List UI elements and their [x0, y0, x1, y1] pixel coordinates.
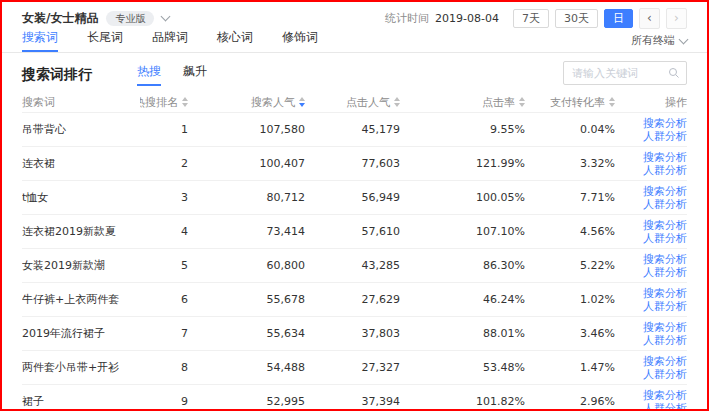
search-popularity-cell: 60,800 [188, 259, 305, 272]
column-header-点击人气[interactable]: 点击人气 [305, 95, 400, 110]
table-row: 两件套小吊带+开衫 8 54,488 27,327 53.48% 1.47% 搜… [22, 351, 687, 385]
category-selector[interactable]: 女装/女士精品 专业版 [22, 10, 169, 27]
action-link-搜索分析[interactable]: 搜索分析 [643, 321, 687, 334]
action-links: 搜索分析人群分析 [615, 253, 687, 279]
click-rate-cell: 53.48% [400, 361, 525, 374]
keyword-cell[interactable]: 连衣裙2019新款夏 [22, 224, 140, 239]
action-link-人群分析[interactable]: 人群分析 [643, 198, 687, 211]
keyword-cell[interactable]: 2019年流行裙子 [22, 326, 140, 341]
search-icon[interactable] [668, 67, 686, 79]
table-row: 吊带背心 1 107,580 45,179 9.55% 0.04% 搜索分析人群… [22, 113, 687, 147]
column-header-支付转化率[interactable]: 支付转化率 [525, 95, 615, 110]
search-popularity-cell: 55,634 [188, 327, 305, 340]
table-row: 牛仔裤+上衣两件套 6 55,678 27,629 46.24% 1.02% 搜… [22, 283, 687, 317]
rank-cell: 9 [140, 395, 188, 408]
click-rate-cell: 86.30% [400, 259, 525, 272]
search-popularity-cell: 80,712 [188, 191, 305, 204]
action-link-人群分析[interactable]: 人群分析 [643, 402, 687, 411]
click-rate-cell: 100.05% [400, 191, 525, 204]
keyword-search-input[interactable] [564, 67, 668, 80]
keyword-cell[interactable]: 裙子 [22, 394, 140, 409]
nav-tab-修饰词[interactable]: 修饰词 [282, 29, 318, 52]
pay-conversion-cell: 1.47% [525, 361, 615, 374]
table-row: t恤女 3 80,712 56,949 100.05% 7.71% 搜索分析人群… [22, 181, 687, 215]
category-title: 女装/女士精品 [22, 10, 98, 27]
search-popularity-cell: 55,678 [188, 293, 305, 306]
keyword-cell[interactable]: 两件套小吊带+开衫 [22, 360, 140, 375]
search-word-table: 搜索词热搜排名搜索人气点击人气点击率支付转化率操作 吊带背心 1 107,580… [22, 92, 687, 411]
action-link-人群分析[interactable]: 人群分析 [643, 164, 687, 177]
top-bar: 女装/女士精品 专业版 统计时间 2019-08-04 7天30天日 ‹ › [2, 2, 707, 31]
action-link-搜索分析[interactable]: 搜索分析 [643, 355, 687, 368]
column-header-搜索人气[interactable]: 搜索人气 [188, 95, 305, 110]
keyword-cell[interactable]: 吊带背心 [22, 122, 140, 137]
action-links: 搜索分析人群分析 [615, 321, 687, 347]
search-popularity-cell: 107,580 [188, 123, 305, 136]
section-subtabs: 热搜飙升 [137, 63, 207, 86]
prev-page-button[interactable]: ‹ [639, 8, 660, 29]
table-row: 女装2019新款潮 5 60,800 43,285 86.30% 5.22% 搜… [22, 249, 687, 283]
dashboard-panel: 女装/女士精品 专业版 统计时间 2019-08-04 7天30天日 ‹ › 搜… [0, 0, 709, 411]
action-link-搜索分析[interactable]: 搜索分析 [643, 389, 687, 402]
action-link-搜索分析[interactable]: 搜索分析 [643, 117, 687, 130]
action-link-搜索分析[interactable]: 搜索分析 [643, 253, 687, 266]
pay-conversion-cell: 3.32% [525, 157, 615, 170]
action-link-搜索分析[interactable]: 搜索分析 [643, 287, 687, 300]
click-popularity-cell: 37,803 [305, 327, 400, 340]
search-popularity-cell: 54,488 [188, 361, 305, 374]
rank-cell: 4 [140, 225, 188, 238]
action-link-人群分析[interactable]: 人群分析 [643, 130, 687, 143]
table-row: 裙子 9 52,995 37,394 101.82% 2.96% 搜索分析人群分… [22, 385, 687, 411]
nav-tab-搜索词[interactable]: 搜索词 [22, 29, 58, 52]
keyword-cell[interactable]: 女装2019新款潮 [22, 258, 140, 273]
pay-conversion-cell: 3.46% [525, 327, 615, 340]
column-header-点击率[interactable]: 点击率 [400, 95, 525, 110]
click-rate-cell: 121.99% [400, 157, 525, 170]
date-controls: 统计时间 2019-08-04 7天30天日 ‹ › [385, 8, 687, 29]
click-rate-cell: 9.55% [400, 123, 525, 136]
next-page-button[interactable]: › [666, 8, 687, 29]
range-button-日[interactable]: 日 [604, 9, 633, 28]
table-header-row: 搜索词热搜排名搜索人气点击人气点击率支付转化率操作 [22, 92, 687, 113]
action-link-人群分析[interactable]: 人群分析 [643, 300, 687, 313]
action-link-搜索分析[interactable]: 搜索分析 [643, 185, 687, 198]
date-range-buttons: 7天30天日 [513, 9, 633, 28]
action-link-搜索分析[interactable]: 搜索分析 [643, 151, 687, 164]
pay-conversion-cell: 4.56% [525, 225, 615, 238]
search-popularity-cell: 100,407 [188, 157, 305, 170]
column-header-热搜排名[interactable]: 热搜排名 [140, 95, 188, 110]
keyword-cell[interactable]: t恤女 [22, 190, 140, 205]
click-popularity-cell: 27,327 [305, 361, 400, 374]
action-link-人群分析[interactable]: 人群分析 [643, 232, 687, 245]
table-row: 连衣裙 2 100,407 77,603 121.99% 3.32% 搜索分析人… [22, 147, 687, 181]
nav-tab-核心词[interactable]: 核心词 [217, 29, 253, 52]
action-links: 搜索分析人群分析 [615, 287, 687, 313]
action-link-搜索分析[interactable]: 搜索分析 [643, 219, 687, 232]
action-link-人群分析[interactable]: 人群分析 [643, 334, 687, 347]
click-popularity-cell: 27,629 [305, 293, 400, 306]
action-link-人群分析[interactable]: 人群分析 [643, 368, 687, 381]
subtab-飙升[interactable]: 飙升 [183, 63, 207, 86]
pay-conversion-cell: 2.96% [525, 395, 615, 408]
action-links: 搜索分析人群分析 [615, 117, 687, 143]
rank-cell: 1 [140, 123, 188, 136]
subtab-热搜[interactable]: 热搜 [137, 63, 161, 86]
keyword-search-box [563, 61, 687, 85]
nav-tabs: 搜索词长尾词品牌词核心词修饰词 [22, 29, 318, 52]
click-rate-cell: 101.82% [400, 395, 525, 408]
terminal-filter-dropdown[interactable]: 所有终端 [631, 33, 687, 52]
action-link-人群分析[interactable]: 人群分析 [643, 266, 687, 279]
range-button-30天[interactable]: 30天 [555, 9, 598, 28]
chevron-down-icon[interactable] [161, 12, 171, 22]
stat-time-label: 统计时间 [385, 11, 429, 26]
click-popularity-cell: 45,179 [305, 123, 400, 136]
nav-tab-品牌词[interactable]: 品牌词 [152, 29, 188, 52]
keyword-cell[interactable]: 牛仔裤+上衣两件套 [22, 292, 140, 307]
click-popularity-cell: 77,603 [305, 157, 400, 170]
action-links: 搜索分析人群分析 [615, 185, 687, 211]
keyword-cell[interactable]: 连衣裙 [22, 156, 140, 171]
search-popularity-cell: 52,995 [188, 395, 305, 408]
table-row: 2019年流行裙子 7 55,634 37,803 88.01% 3.46% 搜… [22, 317, 687, 351]
nav-tab-长尾词[interactable]: 长尾词 [87, 29, 123, 52]
range-button-7天[interactable]: 7天 [513, 9, 549, 28]
